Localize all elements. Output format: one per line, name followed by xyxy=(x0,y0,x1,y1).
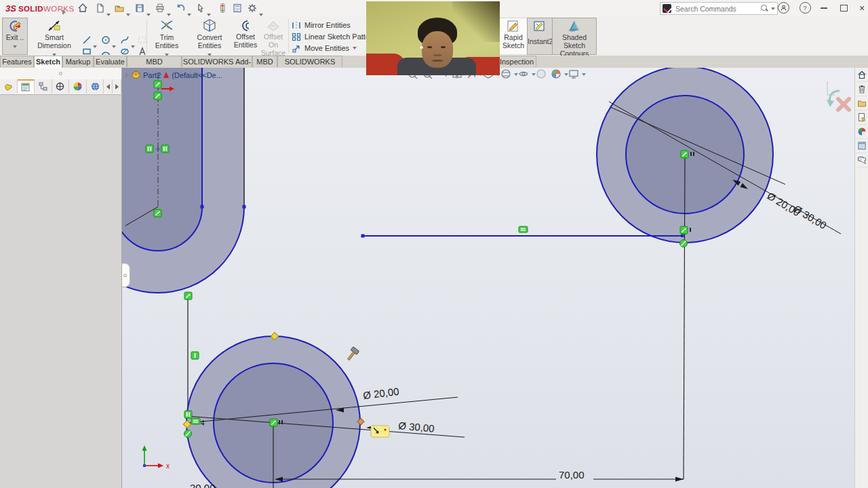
hide-show-items-icon[interactable] xyxy=(519,72,528,75)
line-left-endpoint[interactable] xyxy=(361,235,365,238)
dimension-d30-top[interactable]: Ø 30,00 xyxy=(791,203,829,231)
close-button[interactable]: × xyxy=(853,0,868,16)
apply-scene-icon[interactable] xyxy=(552,70,560,78)
taskpane-file-explorer-icon[interactable] xyxy=(855,110,868,125)
line-tool-caret-icon[interactable] xyxy=(93,39,97,51)
cam-manager-tab[interactable] xyxy=(87,79,104,94)
view-settings-icon[interactable] xyxy=(570,70,578,78)
help-icon[interactable]: ? xyxy=(796,0,814,16)
mirror-entities-button[interactable]: Mirror Entities xyxy=(292,20,351,30)
constraint-icon-slot-center[interactable] xyxy=(154,209,161,217)
cancel-sketch-corner-icon[interactable] xyxy=(838,99,849,110)
constraint-icon-top-bottom[interactable] xyxy=(680,226,688,234)
constraint-icon-tangent-top[interactable] xyxy=(680,240,688,247)
tab-sketch[interactable]: Sketch xyxy=(34,56,62,68)
exit-sketch-caret-icon[interactable] xyxy=(13,45,17,48)
print-icon[interactable] xyxy=(153,2,167,14)
taskpane-design-library-icon[interactable] xyxy=(855,96,868,110)
spline-tool-icon[interactable] xyxy=(119,35,130,45)
dimension-d30-bottom[interactable]: Ø 30,00 xyxy=(398,420,435,434)
feature-tree-flyout-tab[interactable] xyxy=(122,263,130,287)
constraint-icon-slot-mid-right[interactable] xyxy=(161,145,169,152)
tab-evaluate[interactable]: Evaluate xyxy=(94,56,127,67)
line-right-endpoint[interactable] xyxy=(681,235,684,238)
convert-entities-button[interactable]: Convert Entities xyxy=(187,18,232,54)
offset-entities-button[interactable]: Offset Entities xyxy=(233,18,258,54)
slot-arc-endpoint[interactable] xyxy=(201,205,204,209)
dimxpert-manager-tab[interactable] xyxy=(52,79,70,94)
rectangle-tool-icon[interactable] xyxy=(81,47,92,56)
slot-profile[interactable] xyxy=(122,68,246,293)
constraint-icon-bottom-center[interactable] xyxy=(270,419,277,426)
minimize-button[interactable] xyxy=(815,0,833,16)
trim-entities-button[interactable]: Trim Entities xyxy=(149,18,184,54)
taskpane-custom-properties-icon[interactable] xyxy=(855,139,868,153)
constraint-icon-vertical[interactable] xyxy=(191,352,199,359)
sketch-canvas[interactable]: Ø 20,00 Ø 30,00 Ø 20,00 Ø 30,00 xyxy=(122,68,854,488)
move-entities-button[interactable]: Move Entities xyxy=(292,43,357,53)
display-manager-tab[interactable] xyxy=(69,79,87,94)
move-entities-caret-icon[interactable] xyxy=(353,47,357,49)
text-tool-icon[interactable] xyxy=(137,47,148,56)
display-style-icon[interactable] xyxy=(502,70,510,78)
top-circle-pair[interactable] xyxy=(597,68,773,479)
panel-tab-scroll-left-icon[interactable] xyxy=(104,79,113,94)
tab-solidworks-cam[interactable]: SOLIDWORKS CAM xyxy=(277,56,342,67)
ellipse-tool-icon[interactable] xyxy=(119,47,130,56)
panel-splitter-handle[interactable] xyxy=(0,68,121,80)
dimension-partial-bottom[interactable]: 20,00 xyxy=(190,482,216,488)
tree-expand-chevron-icon[interactable] xyxy=(125,73,129,78)
new-document-icon[interactable] xyxy=(94,2,107,14)
edit-appearance-icon[interactable] xyxy=(537,70,545,78)
rapid-sketch-button[interactable]: Rapid Sketch xyxy=(499,18,528,55)
dimension-70[interactable]: 70,00 xyxy=(559,469,585,481)
feature-manager-tree-tab[interactable] xyxy=(0,79,18,94)
panel-tab-scroll-right-icon[interactable] xyxy=(113,79,121,94)
shaded-sketch-contours-button[interactable]: Shaded Sketch Contours xyxy=(552,18,597,55)
search-commands-box[interactable] xyxy=(660,2,778,15)
constraint-icon-line-midpoint[interactable] xyxy=(519,226,528,232)
part-config-suffix[interactable]: (Default<<De... xyxy=(172,71,222,79)
restore-button[interactable] xyxy=(835,0,852,16)
constraint-icon-slot-top-1[interactable] xyxy=(154,81,161,88)
circle-tool-icon[interactable] xyxy=(100,35,111,45)
part-name[interactable]: Part2 xyxy=(143,71,161,79)
user-account-icon[interactable] xyxy=(774,0,792,16)
spline-tool-caret-icon[interactable] xyxy=(131,39,135,51)
tab-markup[interactable]: Markup xyxy=(62,56,94,67)
feature-tree-header[interactable]: Part2 (Default<<De... xyxy=(125,70,222,79)
tab-solidworks-add-ins[interactable]: SOLIDWORKS Add-Ins xyxy=(182,56,252,67)
tab-mbd-dimensions[interactable]: MBD Dimensions xyxy=(127,56,182,67)
line-tool-icon[interactable] xyxy=(81,35,92,45)
slot-outer-endpoint[interactable] xyxy=(243,205,246,209)
taskpane-recycle-bin-icon[interactable] xyxy=(855,82,868,96)
home-icon[interactable] xyxy=(76,2,90,14)
property-manager-tab[interactable] xyxy=(18,79,35,94)
dimension-d20-bottom[interactable]: Ø 20,00 xyxy=(362,386,399,401)
bottom-circle-pair[interactable] xyxy=(186,336,360,488)
tab-inspection[interactable]: Inspection xyxy=(497,56,536,67)
tab-features[interactable]: Features xyxy=(0,56,34,67)
undo-icon[interactable] xyxy=(174,2,187,14)
open-document-icon[interactable] xyxy=(113,2,126,14)
smart-dimension-button[interactable]: Smart Dimension xyxy=(30,18,79,54)
constraint-icon-tangent-bottom-left[interactable] xyxy=(184,430,192,438)
constraint-icon-vline-bottom[interactable] xyxy=(184,411,192,418)
arc-tool-icon[interactable] xyxy=(100,47,111,56)
constraint-icon-equal[interactable] xyxy=(191,418,200,424)
tab-mbd[interactable]: MBD xyxy=(252,56,277,67)
performance-evaluation-icon[interactable] xyxy=(216,2,229,14)
properties-panel-icon[interactable] xyxy=(231,2,244,14)
taskpane-home-icon[interactable] xyxy=(855,68,868,82)
save-icon[interactable] xyxy=(133,2,146,14)
select-cursor-icon[interactable] xyxy=(194,2,208,14)
search-input[interactable] xyxy=(674,4,758,14)
exit-sketch-button[interactable]: Exit .. xyxy=(2,18,28,55)
taskpane-appearances-icon[interactable] xyxy=(855,125,868,139)
graphics-area[interactable]: Ø 20,00 Ø 30,00 Ø 20,00 Ø 30,00 xyxy=(122,68,854,488)
constraint-icon-slot-mid-left[interactable] xyxy=(146,145,153,152)
circle-tool-caret-icon[interactable] xyxy=(112,39,116,51)
constraint-icon-slot-top-2[interactable] xyxy=(154,92,161,100)
configuration-manager-tab[interactable] xyxy=(35,79,52,94)
search-magnifier-icon[interactable] xyxy=(761,5,768,12)
